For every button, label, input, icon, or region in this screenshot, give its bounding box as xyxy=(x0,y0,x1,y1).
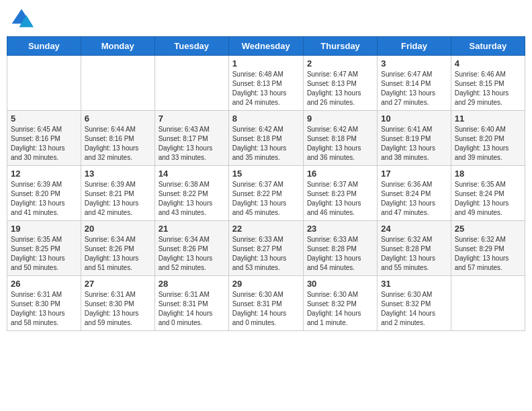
day-number: 3 xyxy=(381,58,447,68)
day-number: 24 xyxy=(381,224,447,234)
calendar-cell: 13Sunrise: 6:39 AM Sunset: 8:21 PM Dayli… xyxy=(81,166,154,221)
day-number: 8 xyxy=(232,113,300,124)
day-number: 25 xyxy=(455,224,521,234)
day-info: Sunrise: 6:37 AM Sunset: 8:22 PM Dayligh… xyxy=(232,180,300,218)
calendar-week-row: 26Sunrise: 6:31 AM Sunset: 8:30 PM Dayli… xyxy=(7,276,525,331)
calendar-table: SundayMondayTuesdayWednesdayThursdayFrid… xyxy=(7,36,525,331)
days-header-row: SundayMondayTuesdayWednesdayThursdayFrid… xyxy=(7,37,525,56)
calendar-cell xyxy=(7,56,81,111)
day-header-monday: Monday xyxy=(81,37,154,56)
day-info: Sunrise: 6:30 AM Sunset: 8:32 PM Dayligh… xyxy=(381,290,447,328)
logo xyxy=(9,7,36,31)
calendar-cell: 3Sunrise: 6:47 AM Sunset: 8:14 PM Daylig… xyxy=(378,56,451,111)
day-info: Sunrise: 6:30 AM Sunset: 8:31 PM Dayligh… xyxy=(232,290,300,328)
day-number: 30 xyxy=(307,279,373,289)
day-info: Sunrise: 6:40 AM Sunset: 8:20 PM Dayligh… xyxy=(455,125,521,163)
day-number: 23 xyxy=(307,224,373,234)
day-number: 28 xyxy=(159,279,225,289)
calendar-cell: 9Sunrise: 6:42 AM Sunset: 8:18 PM Daylig… xyxy=(303,111,377,166)
day-info: Sunrise: 6:31 AM Sunset: 8:30 PM Dayligh… xyxy=(85,290,151,328)
calendar-week-row: 1Sunrise: 6:48 AM Sunset: 8:13 PM Daylig… xyxy=(7,56,525,111)
day-info: Sunrise: 6:45 AM Sunset: 8:16 PM Dayligh… xyxy=(11,125,77,163)
calendar-week-row: 5Sunrise: 6:45 AM Sunset: 8:16 PM Daylig… xyxy=(7,111,525,166)
calendar-cell: 7Sunrise: 6:43 AM Sunset: 8:17 PM Daylig… xyxy=(154,111,228,166)
day-info: Sunrise: 6:38 AM Sunset: 8:22 PM Dayligh… xyxy=(159,180,225,218)
day-number: 17 xyxy=(381,169,447,179)
day-number: 22 xyxy=(232,224,300,234)
day-header-saturday: Saturday xyxy=(451,37,525,56)
calendar-cell: 4Sunrise: 6:46 AM Sunset: 8:15 PM Daylig… xyxy=(451,56,525,111)
day-info: Sunrise: 6:46 AM Sunset: 8:15 PM Dayligh… xyxy=(455,70,521,107)
day-number: 15 xyxy=(232,169,300,179)
page-header xyxy=(7,7,525,31)
calendar-cell: 28Sunrise: 6:31 AM Sunset: 8:31 PM Dayli… xyxy=(154,276,228,331)
day-number: 16 xyxy=(307,169,373,179)
day-number: 1 xyxy=(232,58,300,68)
calendar-cell: 21Sunrise: 6:34 AM Sunset: 8:26 PM Dayli… xyxy=(154,221,228,276)
day-number: 18 xyxy=(455,169,521,179)
day-header-wednesday: Wednesday xyxy=(228,37,303,56)
calendar-cell: 12Sunrise: 6:39 AM Sunset: 8:20 PM Dayli… xyxy=(7,166,81,221)
day-number: 10 xyxy=(381,113,447,124)
calendar-cell: 31Sunrise: 6:30 AM Sunset: 8:32 PM Dayli… xyxy=(378,276,451,331)
calendar-cell: 22Sunrise: 6:33 AM Sunset: 8:27 PM Dayli… xyxy=(228,221,303,276)
day-info: Sunrise: 6:39 AM Sunset: 8:20 PM Dayligh… xyxy=(11,180,77,218)
calendar-cell: 17Sunrise: 6:36 AM Sunset: 8:24 PM Dayli… xyxy=(378,166,451,221)
day-number: 19 xyxy=(11,224,77,234)
day-number: 7 xyxy=(159,113,225,124)
calendar-cell: 25Sunrise: 6:32 AM Sunset: 8:29 PM Dayli… xyxy=(451,221,525,276)
logo-icon xyxy=(9,7,34,31)
day-info: Sunrise: 6:43 AM Sunset: 8:17 PM Dayligh… xyxy=(159,125,225,163)
day-info: Sunrise: 6:44 AM Sunset: 8:16 PM Dayligh… xyxy=(85,125,151,163)
calendar-cell: 16Sunrise: 6:37 AM Sunset: 8:23 PM Dayli… xyxy=(303,166,377,221)
day-info: Sunrise: 6:35 AM Sunset: 8:24 PM Dayligh… xyxy=(455,180,521,218)
day-info: Sunrise: 6:42 AM Sunset: 8:18 PM Dayligh… xyxy=(307,125,373,163)
day-info: Sunrise: 6:48 AM Sunset: 8:13 PM Dayligh… xyxy=(232,70,300,107)
day-info: Sunrise: 6:37 AM Sunset: 8:23 PM Dayligh… xyxy=(307,180,373,218)
day-number: 20 xyxy=(85,224,151,234)
day-number: 31 xyxy=(381,279,447,289)
calendar-week-row: 12Sunrise: 6:39 AM Sunset: 8:20 PM Dayli… xyxy=(7,166,525,221)
day-header-thursday: Thursday xyxy=(303,37,377,56)
day-info: Sunrise: 6:31 AM Sunset: 8:31 PM Dayligh… xyxy=(159,290,225,328)
calendar-cell: 10Sunrise: 6:41 AM Sunset: 8:19 PM Dayli… xyxy=(378,111,451,166)
day-info: Sunrise: 6:30 AM Sunset: 8:32 PM Dayligh… xyxy=(307,290,373,328)
day-info: Sunrise: 6:32 AM Sunset: 8:29 PM Dayligh… xyxy=(455,235,521,273)
calendar-cell: 19Sunrise: 6:35 AM Sunset: 8:25 PM Dayli… xyxy=(7,221,81,276)
day-info: Sunrise: 6:36 AM Sunset: 8:24 PM Dayligh… xyxy=(381,180,447,218)
day-info: Sunrise: 6:35 AM Sunset: 8:25 PM Dayligh… xyxy=(11,235,77,273)
day-info: Sunrise: 6:47 AM Sunset: 8:13 PM Dayligh… xyxy=(307,70,373,107)
calendar-cell: 18Sunrise: 6:35 AM Sunset: 8:24 PM Dayli… xyxy=(451,166,525,221)
day-number: 27 xyxy=(85,279,151,289)
day-header-tuesday: Tuesday xyxy=(154,37,228,56)
calendar-cell: 11Sunrise: 6:40 AM Sunset: 8:20 PM Dayli… xyxy=(451,111,525,166)
day-number: 13 xyxy=(85,169,151,179)
calendar-cell: 1Sunrise: 6:48 AM Sunset: 8:13 PM Daylig… xyxy=(228,56,303,111)
day-number: 29 xyxy=(232,279,300,289)
calendar-cell xyxy=(451,276,525,331)
day-info: Sunrise: 6:34 AM Sunset: 8:26 PM Dayligh… xyxy=(159,235,225,273)
day-info: Sunrise: 6:47 AM Sunset: 8:14 PM Dayligh… xyxy=(381,70,447,107)
calendar-cell: 2Sunrise: 6:47 AM Sunset: 8:13 PM Daylig… xyxy=(303,56,377,111)
day-number: 11 xyxy=(455,113,521,124)
calendar-cell: 20Sunrise: 6:34 AM Sunset: 8:26 PM Dayli… xyxy=(81,221,154,276)
calendar-cell: 5Sunrise: 6:45 AM Sunset: 8:16 PM Daylig… xyxy=(7,111,81,166)
day-info: Sunrise: 6:32 AM Sunset: 8:28 PM Dayligh… xyxy=(381,235,447,273)
calendar-cell: 23Sunrise: 6:33 AM Sunset: 8:28 PM Dayli… xyxy=(303,221,377,276)
calendar-cell: 15Sunrise: 6:37 AM Sunset: 8:22 PM Dayli… xyxy=(228,166,303,221)
day-number: 26 xyxy=(11,279,77,289)
day-info: Sunrise: 6:33 AM Sunset: 8:27 PM Dayligh… xyxy=(232,235,300,273)
calendar-cell xyxy=(81,56,154,111)
calendar-cell xyxy=(154,56,228,111)
day-number: 6 xyxy=(85,113,151,124)
calendar-week-row: 19Sunrise: 6:35 AM Sunset: 8:25 PM Dayli… xyxy=(7,221,525,276)
day-number: 4 xyxy=(455,58,521,68)
day-number: 2 xyxy=(307,58,373,68)
calendar-cell: 27Sunrise: 6:31 AM Sunset: 8:30 PM Dayli… xyxy=(81,276,154,331)
day-number: 14 xyxy=(159,169,225,179)
calendar-cell: 6Sunrise: 6:44 AM Sunset: 8:16 PM Daylig… xyxy=(81,111,154,166)
calendar-cell: 14Sunrise: 6:38 AM Sunset: 8:22 PM Dayli… xyxy=(154,166,228,221)
day-number: 5 xyxy=(11,113,77,124)
day-header-sunday: Sunday xyxy=(7,37,81,56)
day-info: Sunrise: 6:34 AM Sunset: 8:26 PM Dayligh… xyxy=(85,235,151,273)
